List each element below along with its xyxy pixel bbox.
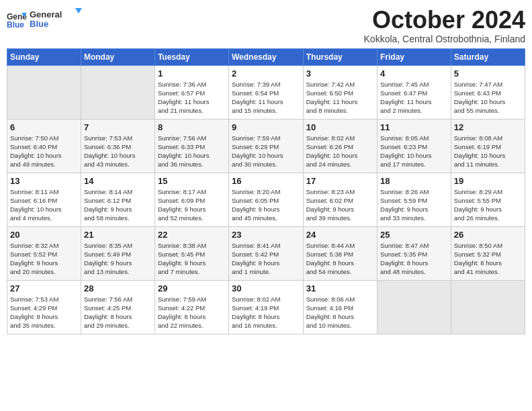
calendar-cell: 27Sunrise: 7:53 AM Sunset: 4:29 PM Dayli… xyxy=(7,280,81,334)
day-info: Sunrise: 8:05 AM Sunset: 6:23 PM Dayligh… xyxy=(380,134,448,169)
day-number: 12 xyxy=(454,122,522,132)
calendar-cell: 4Sunrise: 7:45 AM Sunset: 6:47 PM Daylig… xyxy=(378,65,451,119)
calendar-cell xyxy=(378,280,451,334)
calendar-cell: 6Sunrise: 7:50 AM Sunset: 6:40 PM Daylig… xyxy=(7,119,81,173)
calendar-week-row: 13Sunrise: 8:11 AM Sunset: 6:16 PM Dayli… xyxy=(7,173,525,226)
calendar-week-row: 6Sunrise: 7:50 AM Sunset: 6:40 PM Daylig… xyxy=(7,119,525,173)
day-info: Sunrise: 7:59 AM Sunset: 6:29 PM Dayligh… xyxy=(232,134,300,169)
svg-marker-5 xyxy=(75,8,82,13)
day-number: 30 xyxy=(232,283,300,293)
calendar-cell: 11Sunrise: 8:05 AM Sunset: 6:23 PM Dayli… xyxy=(378,119,451,173)
day-info: Sunrise: 8:11 AM Sunset: 6:16 PM Dayligh… xyxy=(10,187,78,223)
day-number: 1 xyxy=(158,68,226,79)
day-info: Sunrise: 7:47 AM Sunset: 6:43 PM Dayligh… xyxy=(454,80,522,116)
day-number: 16 xyxy=(232,176,300,186)
day-info: Sunrise: 7:50 AM Sunset: 6:40 PM Dayligh… xyxy=(10,134,78,169)
calendar-cell: 13Sunrise: 8:11 AM Sunset: 6:16 PM Dayli… xyxy=(7,173,81,226)
svg-text:General: General xyxy=(30,9,62,19)
day-info: Sunrise: 7:42 AM Sunset: 6:50 PM Dayligh… xyxy=(306,80,374,116)
day-number: 23 xyxy=(232,230,300,240)
calendar-table: SundayMondayTuesdayWednesdayThursdayFrid… xyxy=(7,48,525,334)
calendar-week-row: 1Sunrise: 7:36 AM Sunset: 6:57 PM Daylig… xyxy=(7,65,525,119)
day-number: 27 xyxy=(10,283,78,293)
day-info: Sunrise: 7:53 AM Sunset: 4:29 PM Dayligh… xyxy=(10,295,78,330)
day-number: 19 xyxy=(454,176,522,186)
calendar-cell: 23Sunrise: 8:41 AM Sunset: 5:42 PM Dayli… xyxy=(229,226,304,280)
calendar-cell: 29Sunrise: 7:59 AM Sunset: 4:22 PM Dayli… xyxy=(154,280,228,334)
day-info: Sunrise: 8:44 AM Sunset: 5:38 PM Dayligh… xyxy=(306,241,374,277)
page-header: General Blue General Blue October 2024 K… xyxy=(7,7,525,44)
calendar-cell: 25Sunrise: 8:47 AM Sunset: 5:35 PM Dayli… xyxy=(378,226,451,280)
day-info: Sunrise: 8:08 AM Sunset: 6:19 PM Dayligh… xyxy=(454,134,522,169)
calendar-cell xyxy=(7,65,81,119)
calendar-cell: 7Sunrise: 7:53 AM Sunset: 6:36 PM Daylig… xyxy=(81,119,154,173)
month-year-title: October 2024 xyxy=(364,7,525,34)
day-number: 15 xyxy=(158,176,226,186)
calendar-cell xyxy=(451,280,525,334)
day-number: 4 xyxy=(380,68,448,79)
day-number: 6 xyxy=(10,122,78,132)
day-number: 21 xyxy=(84,230,152,240)
day-number: 20 xyxy=(10,230,78,240)
day-number: 25 xyxy=(380,230,448,240)
day-number: 26 xyxy=(454,230,522,240)
day-info: Sunrise: 8:35 AM Sunset: 5:49 PM Dayligh… xyxy=(84,241,152,277)
svg-text:Blue: Blue xyxy=(30,19,48,29)
day-number: 5 xyxy=(454,68,522,79)
day-info: Sunrise: 8:38 AM Sunset: 5:45 PM Dayligh… xyxy=(158,241,226,277)
calendar-header-row: SundayMondayTuesdayWednesdayThursdayFrid… xyxy=(7,48,525,65)
calendar-cell: 20Sunrise: 8:32 AM Sunset: 5:52 PM Dayli… xyxy=(7,226,81,280)
day-info: Sunrise: 8:26 AM Sunset: 5:59 PM Dayligh… xyxy=(380,187,448,223)
day-info: Sunrise: 8:02 AM Sunset: 6:26 PM Dayligh… xyxy=(306,134,374,169)
day-info: Sunrise: 7:59 AM Sunset: 4:22 PM Dayligh… xyxy=(158,295,226,330)
logo-icon: General Blue xyxy=(7,10,27,30)
calendar-cell: 9Sunrise: 7:59 AM Sunset: 6:29 PM Daylig… xyxy=(229,119,304,173)
day-info: Sunrise: 8:20 AM Sunset: 6:05 PM Dayligh… xyxy=(232,187,300,223)
calendar-cell: 14Sunrise: 8:14 AM Sunset: 6:12 PM Dayli… xyxy=(81,173,154,226)
calendar-cell: 28Sunrise: 7:56 AM Sunset: 4:25 PM Dayli… xyxy=(81,280,154,334)
calendar-cell xyxy=(81,65,154,119)
day-of-week-header: Tuesday xyxy=(154,48,228,65)
day-info: Sunrise: 8:06 AM Sunset: 4:16 PM Dayligh… xyxy=(306,295,374,330)
day-number: 14 xyxy=(84,176,152,186)
day-info: Sunrise: 7:45 AM Sunset: 6:47 PM Dayligh… xyxy=(380,80,448,116)
day-of-week-header: Thursday xyxy=(303,48,377,65)
day-of-week-header: Wednesday xyxy=(229,48,304,65)
calendar-week-row: 20Sunrise: 8:32 AM Sunset: 5:52 PM Dayli… xyxy=(7,226,525,280)
calendar-cell: 12Sunrise: 8:08 AM Sunset: 6:19 PM Dayli… xyxy=(451,119,525,173)
day-number: 31 xyxy=(306,283,374,293)
day-number: 7 xyxy=(84,122,152,132)
day-number: 18 xyxy=(380,176,448,186)
svg-text:Blue: Blue xyxy=(7,20,24,30)
day-info: Sunrise: 8:50 AM Sunset: 5:32 PM Dayligh… xyxy=(454,241,522,277)
calendar-cell: 17Sunrise: 8:23 AM Sunset: 6:02 PM Dayli… xyxy=(303,173,377,226)
day-of-week-header: Saturday xyxy=(451,48,525,65)
calendar-cell: 30Sunrise: 8:02 AM Sunset: 4:19 PM Dayli… xyxy=(229,280,304,334)
calendar-cell: 24Sunrise: 8:44 AM Sunset: 5:38 PM Dayli… xyxy=(303,226,377,280)
day-of-week-header: Sunday xyxy=(7,48,81,65)
day-info: Sunrise: 7:53 AM Sunset: 6:36 PM Dayligh… xyxy=(84,134,152,169)
day-info: Sunrise: 8:23 AM Sunset: 6:02 PM Dayligh… xyxy=(306,187,374,223)
day-info: Sunrise: 7:39 AM Sunset: 6:54 PM Dayligh… xyxy=(232,80,300,116)
day-number: 28 xyxy=(84,283,152,293)
day-info: Sunrise: 7:36 AM Sunset: 6:57 PM Dayligh… xyxy=(158,80,226,116)
day-number: 10 xyxy=(306,122,374,132)
day-info: Sunrise: 8:29 AM Sunset: 5:55 PM Dayligh… xyxy=(454,187,522,223)
day-number: 24 xyxy=(306,230,374,240)
calendar-cell: 8Sunrise: 7:56 AM Sunset: 6:33 PM Daylig… xyxy=(154,119,228,173)
calendar-cell: 19Sunrise: 8:29 AM Sunset: 5:55 PM Dayli… xyxy=(451,173,525,226)
day-number: 17 xyxy=(306,176,374,186)
calendar-cell: 31Sunrise: 8:06 AM Sunset: 4:16 PM Dayli… xyxy=(303,280,377,334)
day-number: 2 xyxy=(232,68,300,79)
location-subtitle: Kokkola, Central Ostrobothnia, Finland xyxy=(364,34,525,44)
calendar-week-row: 27Sunrise: 7:53 AM Sunset: 4:29 PM Dayli… xyxy=(7,280,525,334)
calendar-cell: 21Sunrise: 8:35 AM Sunset: 5:49 PM Dayli… xyxy=(81,226,154,280)
calendar-cell: 15Sunrise: 8:17 AM Sunset: 6:09 PM Dayli… xyxy=(154,173,228,226)
day-number: 22 xyxy=(158,230,226,240)
calendar-cell: 10Sunrise: 8:02 AM Sunset: 6:26 PM Dayli… xyxy=(303,119,377,173)
day-info: Sunrise: 7:56 AM Sunset: 6:33 PM Dayligh… xyxy=(158,134,226,169)
calendar-cell: 18Sunrise: 8:26 AM Sunset: 5:59 PM Dayli… xyxy=(378,173,451,226)
calendar-cell: 2Sunrise: 7:39 AM Sunset: 6:54 PM Daylig… xyxy=(229,65,304,119)
title-block: October 2024 Kokkola, Central Ostrobothn… xyxy=(364,7,525,44)
day-info: Sunrise: 8:41 AM Sunset: 5:42 PM Dayligh… xyxy=(232,241,300,277)
